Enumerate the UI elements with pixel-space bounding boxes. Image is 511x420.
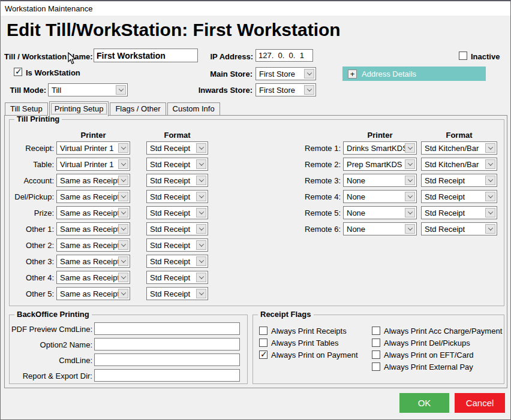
address-details-label: Address Details	[362, 70, 416, 78]
other5-format-select[interactable]: Std Receipt	[146, 287, 208, 300]
chevron-down-icon	[485, 208, 495, 217]
address-details-button[interactable]: + Address Details	[342, 67, 486, 81]
chevron-down-icon	[196, 289, 206, 298]
pdf-preview-cmdline-input[interactable]	[94, 322, 240, 335]
chevron-down-icon	[118, 159, 128, 169]
main-store-select[interactable]: First Store	[256, 67, 316, 80]
option2-name-input[interactable]	[94, 338, 240, 350]
chevron-down-icon	[118, 224, 128, 234]
workstation-maintenance-window: Workstation Maintenance Edit Till/WorkSt…	[0, 0, 511, 420]
receipt-flags-group-title: Receipt Flags	[258, 310, 314, 319]
chevron-down-icon	[485, 176, 495, 185]
table-row: Remote 4: None Std Receipt	[288, 190, 504, 206]
receipt-format-select[interactable]: Std Receipt	[146, 141, 208, 155]
chevron-down-icon	[405, 224, 415, 234]
remote3-printer-select[interactable]: None	[343, 174, 417, 187]
always-print-tables-checkbox[interactable]	[259, 339, 267, 347]
always-print-on-eft-card-checkbox[interactable]	[372, 350, 380, 359]
table-row: Other 1: Same as Receipt Std Receipt	[11, 222, 215, 238]
chevron-down-icon	[196, 208, 206, 217]
chevron-down-icon	[485, 192, 495, 201]
inactive-label: Inactive	[471, 52, 500, 61]
remote1-printer-select[interactable]: Drinks SmartKDS	[343, 141, 417, 155]
other2-format-select[interactable]: Std Receipt	[146, 238, 208, 252]
table-printer-select[interactable]: Virtual Printer 1	[56, 158, 130, 171]
other5-printer-select[interactable]: Same as Receipt	[56, 287, 130, 300]
cancel-button[interactable]: Cancel	[455, 393, 505, 413]
chevron-down-icon	[485, 224, 495, 234]
tab-flags-other[interactable]: Flags / Other	[110, 102, 166, 116]
table-row: Remote 3: None Std Receipt	[288, 174, 504, 190]
till-mode-label: Till Mode:	[5, 86, 46, 95]
workstation-name-input[interactable]	[94, 49, 198, 62]
delpickup-printer-select[interactable]: Same as Receipt	[56, 190, 130, 203]
chevron-down-icon	[405, 143, 415, 153]
remote3-format-select[interactable]: Std Receipt	[421, 174, 497, 187]
flag-row: Always Print Acc Charge/Payment	[372, 325, 502, 337]
remote2-printer-select[interactable]: Prep SmartKDS	[343, 158, 417, 171]
report-export-dir-input[interactable]	[94, 369, 240, 382]
is-workstation-checkbox[interactable]	[14, 68, 22, 76]
chevron-down-icon	[196, 176, 206, 185]
cmdline-input[interactable]	[94, 353, 240, 366]
flag-row: Always Print on EFT/Card	[372, 349, 502, 361]
other3-printer-select[interactable]: Same as Receipt	[56, 255, 130, 268]
expand-plus-icon[interactable]: +	[348, 70, 357, 78]
remote1-format-select[interactable]: Std Kitchen/Bar	[421, 141, 497, 155]
chevron-down-icon	[405, 192, 415, 201]
remote6-printer-select[interactable]: None	[343, 222, 417, 235]
other4-format-select[interactable]: Std Receipt	[146, 271, 208, 284]
chevron-down-icon	[116, 85, 126, 95]
remote4-format-select[interactable]: Std Receipt	[421, 190, 497, 203]
table-row: Other 4: Same as Receipt Std Receipt	[11, 271, 215, 287]
remote6-format-select[interactable]: Std Receipt	[421, 222, 497, 235]
other4-printer-select[interactable]: Same as Receipt	[56, 271, 130, 284]
prize-format-select[interactable]: Std Receipt	[146, 206, 208, 219]
account-format-select[interactable]: Std Receipt	[146, 174, 208, 187]
table-row: Prize: Same as Receipt Std Receipt	[11, 206, 215, 222]
is-workstation-label: Is WorkStation	[26, 68, 80, 77]
other2-printer-select[interactable]: Same as Receipt	[56, 238, 130, 252]
always-print-acc-charge-payment-checkbox[interactable]	[372, 327, 380, 335]
window-title: Workstation Maintenance	[5, 4, 92, 13]
ok-button[interactable]: OK	[399, 393, 449, 413]
till-mode-select[interactable]: Till	[48, 83, 128, 96]
always-print-external-pay-checkbox[interactable]	[372, 362, 380, 371]
chevron-down-icon	[405, 208, 415, 217]
tab-till-setup[interactable]: Till Setup	[5, 102, 48, 116]
inactive-checkbox[interactable]	[459, 52, 467, 60]
always-print-del-pickups-checkbox[interactable]	[372, 339, 380, 347]
remote5-printer-select[interactable]: None	[343, 206, 417, 219]
inwards-store-select[interactable]: First Store	[256, 83, 316, 96]
receipt-flags-group: Receipt Flags Always Print Receipts Alwa…	[253, 315, 504, 384]
chevron-down-icon	[196, 273, 206, 282]
chevron-down-icon	[485, 159, 495, 169]
chevron-down-icon	[118, 256, 128, 266]
remote5-format-select[interactable]: Std Receipt	[421, 206, 497, 219]
remote2-format-select[interactable]: Std Kitchen/Bar	[421, 158, 497, 171]
always-print-on-payment-checkbox[interactable]	[259, 350, 267, 359]
delpickup-format-select[interactable]: Std Receipt	[146, 190, 208, 203]
other1-format-select[interactable]: Std Receipt	[146, 222, 208, 235]
window-titlebar[interactable]: Workstation Maintenance	[1, 1, 510, 16]
tab-custom-info[interactable]: Custom Info	[167, 102, 220, 116]
till-printing-left-rows: Receipt: Virtual Printer 1 Std Receipt T…	[11, 141, 215, 303]
receipt-printer-select[interactable]: Virtual Printer 1	[56, 141, 130, 155]
chevron-down-icon	[118, 208, 128, 217]
account-printer-select[interactable]: Same as Receipt	[56, 174, 130, 187]
table-format-select[interactable]: Std Receipt	[146, 158, 208, 171]
chevron-down-icon	[196, 143, 206, 153]
tab-printing-setup[interactable]: Printing Setup	[49, 101, 109, 116]
table-row: Remote 2: Prep SmartKDS Std Kitchen/Bar	[288, 158, 504, 174]
table-row: Other 2: Same as Receipt Std Receipt	[11, 238, 215, 255]
table-row: Table: Virtual Printer 1 Std Receipt	[11, 158, 215, 174]
other3-format-select[interactable]: Std Receipt	[146, 255, 208, 268]
ip-address-input[interactable]	[256, 49, 313, 62]
other1-printer-select[interactable]: Same as Receipt	[56, 222, 130, 235]
chevron-down-icon	[118, 240, 128, 250]
prize-printer-select[interactable]: Same as Receipt	[56, 206, 130, 219]
remote4-printer-select[interactable]: None	[343, 190, 417, 203]
table-row: Remote 5: None Std Receipt	[288, 206, 504, 222]
table-row: PDF Preview CmdLine:	[10, 322, 247, 338]
always-print-receipts-checkbox[interactable]	[259, 327, 267, 335]
